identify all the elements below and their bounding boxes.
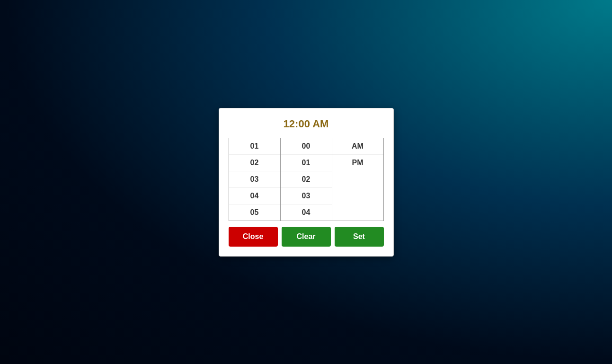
am-option[interactable]: AM bbox=[332, 138, 383, 155]
minute-04[interactable]: 04 bbox=[281, 204, 332, 221]
set-button[interactable]: Set bbox=[335, 227, 384, 247]
hour-04[interactable]: 04 bbox=[229, 188, 280, 204]
minute-00[interactable]: 00 bbox=[281, 138, 332, 155]
hour-03[interactable]: 03 bbox=[229, 171, 280, 188]
dialog-buttons: Close Clear Set bbox=[229, 227, 384, 247]
minute-01[interactable]: 01 bbox=[281, 155, 332, 171]
time-columns: 01 02 03 04 05 00 01 02 03 04 AM PM bbox=[229, 138, 384, 221]
pm-option[interactable]: PM bbox=[332, 155, 383, 171]
minute-02[interactable]: 02 bbox=[281, 171, 332, 188]
hour-02[interactable]: 02 bbox=[229, 155, 280, 171]
minutes-column[interactable]: 00 01 02 03 04 bbox=[281, 138, 332, 221]
close-button[interactable]: Close bbox=[229, 227, 278, 247]
hour-01[interactable]: 01 bbox=[229, 138, 280, 155]
minute-03[interactable]: 03 bbox=[281, 188, 332, 204]
ampm-column[interactable]: AM PM bbox=[332, 138, 383, 221]
time-display: 12:00 AM bbox=[229, 118, 384, 130]
time-picker-dialog: 12:00 AM 01 02 03 04 05 00 01 02 03 04 A… bbox=[219, 108, 394, 257]
hours-column[interactable]: 01 02 03 04 05 bbox=[229, 138, 281, 221]
hour-05[interactable]: 05 bbox=[229, 204, 280, 221]
clear-button[interactable]: Clear bbox=[282, 227, 331, 247]
